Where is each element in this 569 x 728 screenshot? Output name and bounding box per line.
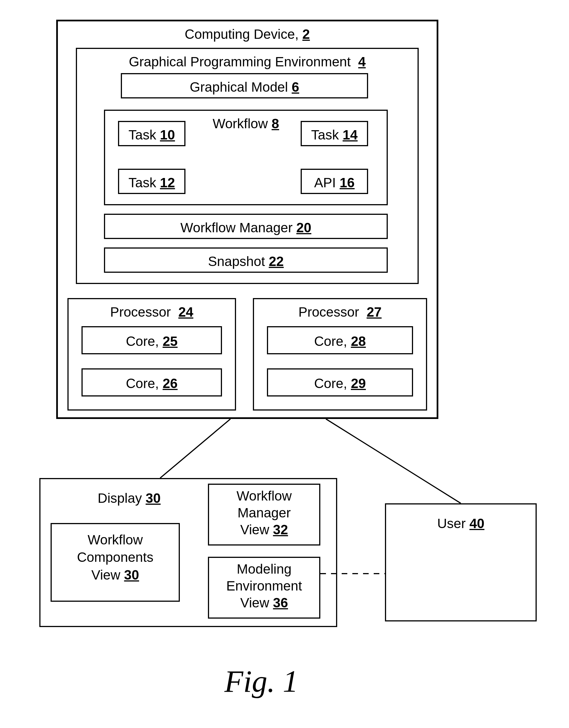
processor-27-label: Processor 27 [254,304,426,320]
svg-line-0 [160,419,231,478]
core-28-box: Core, 28 [267,326,413,354]
wc-view-box: Workflow Components View 30 [51,523,180,602]
core-25-label: Core, 25 [83,333,221,349]
task-12-box: Task 12 [118,169,186,194]
workflow-manager-box: Workflow Manager 20 [104,214,388,239]
me-view-box: Modeling Environment View 36 [208,557,320,619]
task-10-label: Task 10 [119,127,184,143]
core-29-box: Core, 29 [267,368,413,396]
computing-device-label: Computing Device, 2 [58,26,437,42]
core-28-label: Core, 28 [268,333,412,349]
wm-view-box: Workflow Manager View 32 [208,484,320,546]
me-view-label: Modeling Environment View 36 [209,561,319,611]
processor-24-label: Processor 24 [69,304,235,320]
user-label: User 40 [386,516,536,531]
api-16-label: API 16 [302,175,367,190]
snapshot-box: Snapshot 22 [104,247,388,273]
snapshot-label: Snapshot 22 [105,254,387,269]
core-26-box: Core, 26 [82,368,222,396]
core-26-label: Core, 26 [83,376,221,391]
task-10-box: Task 10 [118,121,186,146]
api-16-box: API 16 [300,169,368,194]
diagram-canvas: Computing Device, 2 Graphical Programmin… [17,17,552,711]
core-25-box: Core, 25 [82,326,222,354]
graphical-model-label: Graphical Model 6 [122,79,367,95]
display-label: Display 30 [55,490,203,506]
task-14-box: Task 14 [300,121,368,146]
figure-caption: Fig. 1 [191,664,331,699]
wc-view-label: Workflow Components View 30 [52,531,179,584]
workflow-manager-label: Workflow Manager 20 [105,220,387,235]
task-14-label: Task 14 [302,127,367,143]
gpe-label: Graphical Programming Environment 4 [77,54,417,69]
graphical-model-box: Graphical Model 6 [121,73,368,98]
wm-view-label: Workflow Manager View 32 [209,488,319,538]
svg-line-1 [326,419,461,503]
task-12-label: Task 12 [119,175,184,190]
user-box: User 40 [385,503,537,621]
core-29-label: Core, 29 [268,376,412,391]
